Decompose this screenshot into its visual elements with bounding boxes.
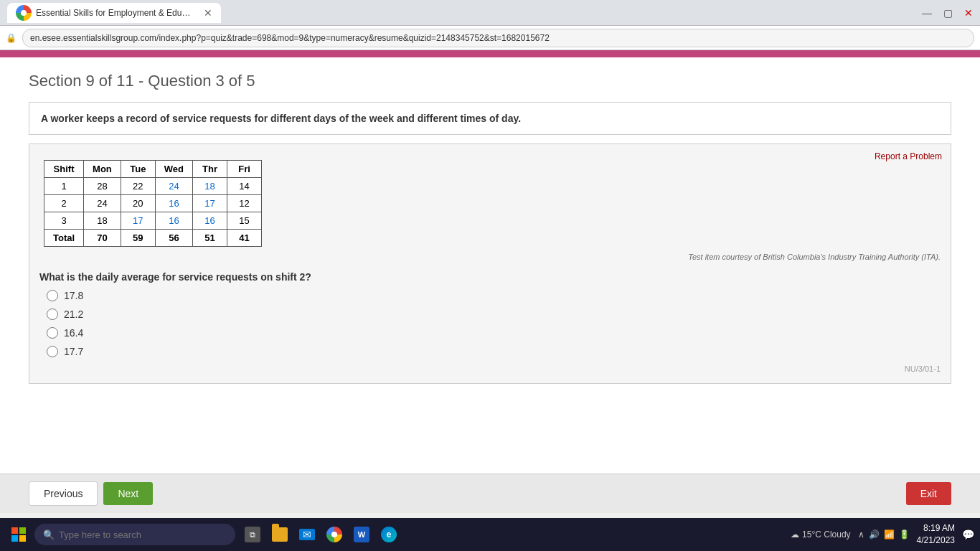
windows-logo — [11, 527, 26, 542]
chrome-button[interactable] — [323, 523, 346, 546]
shift3-thr: 16 — [193, 212, 227, 230]
option-2-label: 21.2 — [64, 309, 83, 320]
minimize-button[interactable]: — — [922, 7, 932, 19]
lock-icon: 🔒 — [6, 33, 17, 43]
mail-icon — [299, 529, 315, 540]
col-wed: Wed — [155, 161, 192, 178]
radio-17-7[interactable] — [47, 346, 58, 357]
wifi-icon[interactable]: 📶 — [884, 529, 895, 540]
shift2-tue: 20 — [121, 195, 155, 212]
tab-label: Essential Skills for Employment & Educat… — [36, 8, 194, 18]
answer-options: 17.8 21.2 16.4 17.7 — [47, 290, 941, 357]
radio-21-2[interactable] — [47, 309, 58, 320]
address-bar: 🔒 en.esee.essentialskillsgroup.com/index… — [0, 26, 980, 50]
shift-2: 2 — [44, 195, 84, 212]
shift3-mon: 18 — [84, 212, 121, 230]
main-content: Section 9 of 11 - Question 3 of 5 A work… — [0, 57, 980, 474]
weather-info: ☁ 15°C Cloudy — [791, 529, 851, 540]
system-tray: ∧ 🔊 📶 🔋 — [858, 529, 910, 540]
total-mon: 70 — [84, 230, 121, 247]
shift3-wed: 16 — [155, 212, 192, 230]
browser-titlebar: Essential Skills for Employment & Educat… — [0, 0, 980, 26]
shift1-tue: 22 — [121, 178, 155, 195]
total-row: Total 70 59 56 51 41 — [44, 230, 262, 247]
sub-question: What is the daily average for service re… — [39, 271, 941, 283]
question-id: NU/3/01-1 — [39, 364, 941, 373]
close-button[interactable]: ✕ — [964, 7, 973, 19]
option-2[interactable]: 21.2 — [47, 309, 941, 320]
taskbar-right: ☁ 15°C Cloudy ∧ 🔊 📶 🔋 8:19 AM 4/21/2023 … — [791, 522, 974, 547]
url-text: en.esee.essentialskillsgroup.com/index.p… — [30, 33, 550, 43]
browser-tab[interactable]: Essential Skills for Employment & Educat… — [7, 3, 221, 23]
volume-icon[interactable]: 🔊 — [869, 529, 880, 540]
time-display: 8:19 AM — [917, 522, 955, 534]
tab-favicon — [16, 5, 32, 21]
start-button[interactable] — [6, 522, 32, 547]
col-mon: Mon — [84, 161, 121, 178]
option-4-label: 17.7 — [64, 346, 83, 357]
data-area: Report a Problem Shift Mon Tue Wed Thr F… — [29, 143, 951, 384]
exit-button[interactable]: Exit — [906, 482, 951, 505]
notification-icon[interactable]: 💬 — [962, 529, 974, 540]
shift1-mon: 28 — [84, 178, 121, 195]
radio-16-4[interactable] — [47, 327, 58, 339]
total-tue: 59 — [121, 230, 155, 247]
shift2-mon: 24 — [84, 195, 121, 212]
tab-close-button[interactable]: ✕ — [204, 7, 212, 19]
shift-3: 3 — [44, 212, 84, 230]
col-thr: Thr — [193, 161, 227, 178]
option-3[interactable]: 16.4 — [47, 327, 941, 339]
table-row: 2 24 20 16 17 12 — [44, 195, 262, 212]
url-display[interactable]: en.esee.essentialskillsgroup.com/index.p… — [22, 29, 974, 47]
shift3-tue: 17 — [121, 212, 155, 230]
taskbar-search-input[interactable] — [59, 529, 217, 540]
chevron-up-icon[interactable]: ∧ — [858, 529, 864, 540]
task-view-button[interactable]: ⧉ — [241, 523, 264, 546]
shift1-thr: 18 — [193, 178, 227, 195]
taskbar-icons-group: ⧉ W e — [241, 523, 400, 546]
word-button[interactable]: W — [350, 523, 373, 546]
edge-icon: e — [381, 527, 397, 542]
previous-button[interactable]: Previous — [29, 481, 98, 506]
folder-icon — [272, 527, 288, 542]
option-3-label: 16.4 — [64, 327, 83, 339]
battery-icon[interactable]: 🔋 — [899, 529, 910, 540]
shift1-wed: 24 — [155, 178, 192, 195]
col-shift: Shift — [44, 161, 84, 178]
taskbar: 🔍 ⧉ W e ☁ 15°C Cloudy ∧ 🔊 📶 — [0, 518, 980, 551]
option-1[interactable]: 17.8 — [47, 290, 941, 301]
weather-icon: ☁ — [791, 529, 799, 540]
total-label: Total — [44, 230, 84, 247]
option-1-label: 17.8 — [64, 290, 83, 301]
shift1-fri: 14 — [227, 178, 262, 195]
total-fri: 41 — [227, 230, 262, 247]
section-title: Section 9 of 11 - Question 3 of 5 — [29, 72, 951, 90]
table-row: 1 28 22 24 18 14 — [44, 178, 262, 195]
shift2-fri: 12 — [227, 195, 262, 212]
option-4[interactable]: 17.7 — [47, 346, 941, 357]
shift2-wed: 16 — [155, 195, 192, 212]
report-problem-link[interactable]: Report a Problem — [875, 151, 942, 161]
test-credit: Test item courtesy of British Columbia's… — [39, 253, 941, 261]
mail-button[interactable] — [296, 523, 319, 546]
navigation-bar: Previous Next Exit — [0, 474, 980, 513]
question-prompt-text: A worker keeps a record of service reque… — [41, 113, 939, 124]
edge-button[interactable]: e — [377, 523, 400, 546]
next-button[interactable]: Next — [103, 482, 153, 505]
taskbar-search-box[interactable]: 🔍 — [34, 524, 235, 545]
total-wed: 56 — [155, 230, 192, 247]
service-requests-table: Shift Mon Tue Wed Thr Fri 1 28 22 24 18 … — [44, 160, 262, 247]
table-row: 3 18 17 16 16 15 — [44, 212, 262, 230]
weather-text: 15°C Cloudy — [802, 529, 851, 540]
date-display: 4/21/2023 — [917, 534, 955, 547]
radio-17-8[interactable] — [47, 290, 58, 301]
maximize-button[interactable]: ▢ — [943, 7, 953, 19]
browser-window-controls: — ▢ ✕ — [922, 7, 973, 19]
shift-1: 1 — [44, 178, 84, 195]
col-tue: Tue — [121, 161, 155, 178]
taskbar-clock[interactable]: 8:19 AM 4/21/2023 — [917, 522, 955, 547]
total-thr: 51 — [193, 230, 227, 247]
file-explorer-button[interactable] — [268, 523, 291, 546]
question-prompt-box: A worker keeps a record of service reque… — [29, 102, 951, 135]
col-fri: Fri — [227, 161, 262, 178]
